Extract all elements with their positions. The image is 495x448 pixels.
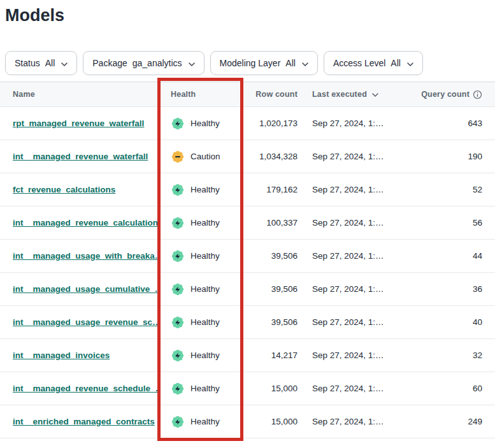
page-title: Models [5, 5, 495, 25]
cell-row-count: 15,000 [244, 384, 298, 393]
cell-query-count: 190 [412, 152, 482, 161]
column-header-query-count-label: Query count [421, 90, 470, 99]
cell-last-executed: Sep 27, 2024, 1:… [298, 185, 412, 194]
cell-last-executed: Sep 27, 2024, 1:… [298, 284, 412, 294]
model-name-link[interactable]: int__managed_revenue_schedule_… [13, 384, 157, 393]
health-status-label: Healthy [190, 417, 220, 426]
cell-row-count: 179,162 [244, 185, 298, 194]
filter-label: Modeling Layer [220, 58, 281, 68]
filter-value: All [45, 58, 55, 68]
cell-health: Healthy [157, 249, 244, 263]
cell-row-count: 15,000 [244, 417, 298, 426]
health-status-icon [171, 249, 185, 263]
cell-last-executed: Sep 27, 2024, 1:… [298, 384, 412, 393]
cell-last-executed: Sep 27, 2024, 1:… [298, 417, 412, 426]
filter-label: Package [92, 58, 127, 68]
filter-access-level[interactable]: Access Level All [324, 51, 423, 75]
table-row: int__managed_revenue_calculations Health… [0, 206, 495, 240]
table-row: int__managed_invoices Healthy 14,217 Sep… [0, 339, 495, 372]
cell-health: Healthy [157, 282, 244, 296]
model-name-link[interactable]: int__managed_invoices [13, 350, 110, 360]
cell-row-count: 100,337 [244, 218, 298, 228]
cell-row-count: 39,506 [244, 317, 298, 327]
table-row: int__managed_usage_cumulative_… Healthy … [0, 273, 495, 306]
cell-name: int__managed_revenue_waterfall [0, 152, 157, 161]
cell-row-count: 39,506 [244, 251, 298, 261]
cell-name: int__managed_usage_cumulative_… [0, 284, 157, 294]
model-name-link[interactable]: int__managed_usage_with_breaka… [13, 251, 157, 261]
filter-modeling-layer[interactable]: Modeling Layer All [210, 51, 318, 75]
table-row: int__managed_revenue_schedule_… Healthy … [0, 372, 495, 405]
cell-query-count: 32 [412, 350, 482, 360]
cell-query-count: 643 [412, 119, 482, 128]
health-status-label: Healthy [190, 251, 220, 261]
cell-row-count: 39,506 [244, 284, 298, 294]
table-row: int__managed_usage_with_breaka… Healthy … [0, 240, 495, 273]
health-status-label: Healthy [190, 284, 220, 294]
table-row: rpt_managed_revenue_waterfall Healthy 1,… [0, 107, 495, 140]
table-row: fct_revenue_calculations Healthy 179,162… [0, 173, 495, 206]
cell-health: Healthy [157, 216, 244, 230]
health-status-icon [171, 415, 185, 429]
health-status-label: Healthy [190, 317, 220, 327]
cell-query-count: 40 [412, 317, 482, 327]
health-status-label: Healthy [190, 384, 220, 393]
model-name-link[interactable]: int__managed_revenue_waterfall [13, 152, 148, 161]
table-row: int__enriched_managed_contracts Healthy … [0, 405, 495, 438]
cell-health: Healthy [157, 415, 244, 429]
table-header-row: Name Health Row count Last executed Quer… [0, 82, 495, 107]
chevron-down-icon [407, 58, 413, 68]
cell-row-count: 14,217 [244, 350, 298, 360]
cell-query-count: 52 [412, 185, 482, 194]
cell-name: int__managed_usage_with_breaka… [0, 251, 157, 261]
cell-row-count: 1,020,173 [244, 119, 298, 128]
health-status-label: Healthy [190, 218, 220, 228]
cell-health: Caution [157, 150, 244, 164]
cell-name: int__managed_invoices [0, 350, 157, 360]
column-header-last-executed[interactable]: Last executed [298, 90, 412, 99]
health-status-label: Healthy [190, 185, 220, 194]
cell-health: Healthy [157, 183, 244, 197]
cell-health: Healthy [157, 315, 244, 329]
cell-last-executed: Sep 27, 2024, 1:… [298, 218, 412, 228]
cell-name: int__managed_revenue_schedule_… [0, 384, 157, 393]
model-name-link[interactable]: int__managed_usage_revenue_sc… [13, 317, 157, 327]
column-header-query-count[interactable]: Query count [412, 90, 482, 99]
filter-package[interactable]: Package ga_analytics [83, 51, 204, 75]
health-status-icon [171, 117, 185, 131]
model-name-link[interactable]: int__enriched_managed_contracts [13, 417, 155, 426]
cell-name: rpt_managed_revenue_waterfall [0, 119, 157, 128]
health-status-label: Caution [190, 152, 220, 161]
cell-query-count: 44 [412, 251, 482, 261]
cell-name: fct_revenue_calculations [0, 185, 157, 194]
cell-name: int__enriched_managed_contracts [0, 417, 157, 426]
health-status-icon [171, 349, 185, 363]
chevron-down-icon [61, 58, 68, 68]
cell-name: int__managed_revenue_calculations [0, 218, 157, 228]
filter-value: All [285, 58, 296, 68]
health-status-icon [171, 216, 185, 230]
filter-value: All [391, 58, 401, 68]
filter-status[interactable]: Status All [5, 51, 77, 75]
model-name-link[interactable]: rpt_managed_revenue_waterfall [13, 119, 144, 128]
column-header-row-count: Row count [244, 90, 298, 99]
cell-query-count: 249 [412, 417, 482, 426]
cell-health: Healthy [157, 382, 244, 396]
table-row: int__managed_revenue_waterfall Caution 1… [0, 140, 495, 173]
cell-last-executed: Sep 27, 2024, 1:… [298, 317, 412, 327]
table-body: rpt_managed_revenue_waterfall Healthy 1,… [0, 107, 495, 438]
column-header-health: Health [157, 90, 244, 99]
health-status-icon [171, 282, 185, 296]
model-name-link[interactable]: int__managed_revenue_calculations [13, 218, 157, 228]
cell-name: int__managed_usage_revenue_sc… [0, 317, 157, 327]
model-name-link[interactable]: fct_revenue_calculations [13, 185, 115, 194]
health-status-icon [171, 183, 185, 197]
filter-bar: Status All Package ga_analytics Modeling… [5, 51, 495, 75]
cell-query-count: 56 [412, 218, 482, 228]
model-name-link[interactable]: int__managed_usage_cumulative_… [13, 284, 157, 294]
cell-last-executed: Sep 27, 2024, 1:… [298, 119, 412, 128]
column-header-name: Name [0, 90, 157, 99]
health-status-icon [171, 382, 185, 396]
cell-last-executed: Sep 27, 2024, 1:… [298, 152, 412, 161]
cell-query-count: 60 [412, 384, 482, 393]
